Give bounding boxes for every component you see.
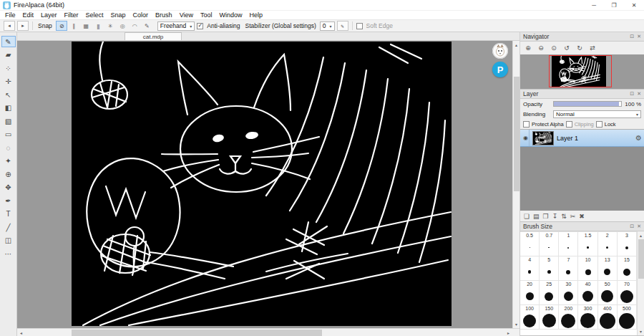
maximize-button[interactable]: ❐ [604, 0, 624, 10]
line-tool-button[interactable]: ╱ [1, 221, 16, 233]
merge-down-icon[interactable]: ↧ [552, 213, 558, 220]
brush-scroll-thumb[interactable] [638, 239, 644, 279]
clipping-checkbox[interactable] [566, 121, 572, 128]
text-tool-button[interactable]: T [1, 208, 16, 220]
scroll-right-icon[interactable]: ▸ [504, 329, 512, 336]
lasso-tool-button[interactable]: ◌ [1, 142, 16, 153]
soft-edge-checkbox[interactable] [356, 23, 363, 29]
brush-size-option[interactable]: 100 [520, 305, 540, 330]
layer-dock-icon[interactable]: ⊡ [630, 91, 634, 97]
navigator-preview[interactable] [520, 54, 644, 89]
snap-curve-icon[interactable]: ◠ [129, 21, 140, 31]
brush-size-option[interactable]: 2 [598, 232, 618, 256]
gear-icon[interactable]: ⚙ [635, 134, 642, 142]
brush-size-option[interactable]: 0.5 [520, 232, 540, 256]
canvas-background[interactable]: P [17, 41, 519, 328]
zoom-tool-button[interactable]: ⊕ [1, 168, 16, 180]
scroll-up-icon[interactable]: ▴ [637, 231, 644, 239]
menu-help[interactable]: Help [246, 11, 267, 19]
menu-window[interactable]: Window [216, 11, 246, 19]
brush-size-option[interactable]: 400 [598, 305, 618, 330]
menu-select[interactable]: Select [82, 11, 107, 19]
navigator-close-icon[interactable]: ✕ [637, 34, 641, 39]
scroll-left-icon[interactable]: ◂ [17, 329, 25, 336]
flip-icon[interactable]: ⇄ [587, 43, 598, 54]
snap-crosshatch-icon[interactable]: ▦ [80, 21, 92, 31]
snap-parallel-icon[interactable]: ∥ [68, 21, 79, 31]
divide-tool-button[interactable]: ◫ [1, 235, 16, 246]
pen-tool-button[interactable]: ✎ [1, 36, 16, 47]
brush-size-option[interactable]: 13 [598, 256, 618, 281]
brush-size-scrollbar[interactable]: ▴ ▾ [637, 231, 644, 335]
menu-color[interactable]: Color [130, 11, 152, 19]
menu-filter[interactable]: Filter [61, 11, 82, 19]
menu-layer[interactable]: Layer [37, 11, 61, 19]
anti-aliasing-checkbox[interactable]: ✓ [197, 23, 203, 29]
scroll-down-icon[interactable]: ▾ [512, 320, 520, 328]
horizontal-scrollbar[interactable]: ◂ ▸ [17, 328, 519, 336]
brush-size-option[interactable]: 30 [559, 281, 578, 305]
opacity-slider[interactable] [553, 101, 622, 107]
brush-size-option[interactable]: 1 [559, 232, 578, 256]
layer-close-icon[interactable]: ✕ [637, 91, 641, 97]
brush-size-option[interactable]: 25 [540, 281, 559, 305]
alpaca-badge[interactable] [492, 43, 508, 59]
brush-size-option[interactable]: 15 [618, 256, 637, 281]
brush-size-option[interactable]: 1.5 [578, 232, 597, 256]
add-folder-icon[interactable]: ▤ [533, 213, 540, 220]
dot-tool-button[interactable]: ⁘ [1, 62, 16, 74]
duplicate-layer-icon[interactable]: ❐ [543, 213, 549, 220]
vertical-scroll-thumb[interactable] [514, 77, 519, 191]
brush-size-close-icon[interactable]: ✕ [637, 224, 641, 229]
p-badge[interactable]: P [492, 62, 508, 77]
lock-checkbox[interactable] [596, 121, 602, 128]
reorder-layer-icon[interactable]: ⇅ [561, 213, 567, 220]
brush-size-option[interactable]: 5 [540, 256, 559, 281]
more-tools-button[interactable]: ⋯ [1, 248, 16, 259]
navigator-dock-icon[interactable]: ⊡ [630, 34, 634, 39]
add-layer-icon[interactable]: ❏ [524, 213, 530, 220]
magic-wand-tool-button[interactable]: ✦ [1, 155, 16, 167]
navigator-viewport-rect[interactable] [549, 55, 612, 87]
select-rect-tool-button[interactable]: ▭ [1, 129, 16, 140]
close-button[interactable]: ✕ [624, 0, 644, 10]
brush-size-option[interactable]: 4 [520, 256, 540, 281]
brush-size-option[interactable]: 20 [520, 281, 540, 305]
brush-size-option[interactable]: 70 [618, 281, 637, 305]
blending-dropdown[interactable]: Normal ▾ [553, 110, 641, 118]
zoom-fit-icon[interactable]: ⊙ [548, 43, 560, 54]
layer-row-selected[interactable]: ◉ Layer 1 ⚙ [520, 130, 644, 147]
menu-view[interactable]: View [176, 11, 197, 19]
rotate-cw-icon[interactable]: ↻ [574, 43, 585, 54]
cat-drawing-canvas[interactable] [72, 42, 452, 326]
brush-size-option[interactable]: 10 [578, 256, 597, 281]
snap-circle-icon[interactable]: ◎ [117, 21, 128, 31]
brush-type-dropdown[interactable]: Freehand ▾ [157, 21, 195, 31]
brush-size-option[interactable]: 500 [618, 305, 637, 330]
clear-layer-icon[interactable]: ✂ [570, 213, 576, 220]
hand-tool-button[interactable]: ✥ [1, 182, 16, 193]
delete-layer-icon[interactable]: ✖ [579, 213, 585, 220]
zoom-out-icon[interactable]: ⊖ [535, 43, 547, 54]
select-move-tool-button[interactable]: ↖ [1, 89, 16, 100]
menu-file[interactable]: File [1, 11, 19, 19]
snap-vertical-icon[interactable]: ||| [92, 21, 104, 31]
brush-size-option[interactable]: 40 [578, 281, 597, 305]
menu-tool[interactable]: Tool [197, 11, 216, 19]
brush-size-option[interactable]: 7 [559, 256, 578, 281]
stabilizer-settings-icon[interactable]: ✎ [337, 21, 348, 31]
scroll-up-icon[interactable]: ▴ [512, 41, 520, 49]
snap-radial-icon[interactable]: ✳ [104, 21, 116, 31]
rotate-ccw-icon[interactable]: ↺ [561, 43, 572, 54]
brush-size-option[interactable]: 150 [540, 305, 559, 330]
minimize-button[interactable]: ─ [584, 0, 604, 10]
eyedropper-tool-button[interactable]: ✒ [1, 195, 16, 206]
brush-size-option[interactable]: 0.7 [540, 232, 559, 256]
menu-edit[interactable]: Edit [19, 11, 38, 19]
scroll-down-icon[interactable]: ▾ [637, 327, 644, 335]
vertical-scrollbar[interactable]: ▴ ▾ [512, 41, 519, 328]
brush-size-option[interactable]: 50 [598, 281, 618, 305]
snap-off-icon[interactable]: ⊘ [56, 21, 67, 31]
document-tab[interactable]: cat.mdp [125, 32, 182, 40]
snap-settings-icon[interactable]: ✎ [141, 21, 152, 31]
